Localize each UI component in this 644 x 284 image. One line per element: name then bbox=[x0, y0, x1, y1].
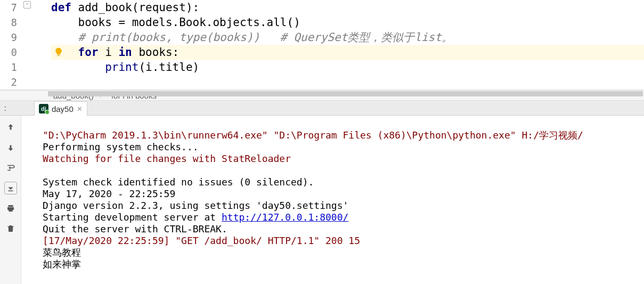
code-line: print(i.title) bbox=[51, 60, 644, 75]
code-content[interactable]: def add_book(request): books = models.Bo… bbox=[21, 0, 644, 90]
horizontal-scrollbar[interactable] bbox=[0, 90, 644, 90]
code-line: books = models.Book.objects.all() bbox=[51, 15, 644, 30]
code-line bbox=[51, 75, 644, 90]
down-arrow-icon[interactable] bbox=[4, 141, 17, 154]
console-toolbar bbox=[0, 116, 21, 284]
trash-icon[interactable] bbox=[4, 222, 17, 235]
code-line: # print(books, type(books)) # QuerySet类型… bbox=[51, 30, 644, 45]
scroll-to-end-icon[interactable] bbox=[4, 182, 17, 194]
up-arrow-icon[interactable] bbox=[4, 121, 17, 134]
fold-marker[interactable]: − bbox=[23, 1, 31, 9]
print-icon[interactable] bbox=[4, 202, 17, 215]
code-editor[interactable]: 7 8 9 0 1 2 − def add_book(request): boo… bbox=[0, 0, 644, 90]
run-tab[interactable]: dj day50 ✕ bbox=[34, 101, 87, 116]
code-line-current: for i in books: bbox=[51, 45, 644, 60]
scroll-thumb[interactable] bbox=[48, 91, 643, 96]
code-line: def add_book(request): bbox=[51, 0, 644, 15]
line-gutter: 7 8 9 0 1 2 bbox=[0, 0, 21, 90]
panel-label: : bbox=[2, 104, 9, 112]
close-icon[interactable]: ✕ bbox=[77, 105, 83, 113]
django-icon: dj bbox=[39, 104, 48, 113]
server-url-link[interactable]: http://127.0.0.1:8000/ bbox=[222, 212, 348, 223]
tab-label: day50 bbox=[52, 104, 74, 113]
bulb-icon[interactable] bbox=[53, 47, 64, 58]
console-output[interactable]: "D:\PyCharm 2019.1.3\bin\runnerw64.exe" … bbox=[21, 116, 644, 284]
run-panel-header: : dj day50 ✕ bbox=[0, 101, 644, 116]
soft-wrap-icon[interactable] bbox=[4, 161, 17, 174]
